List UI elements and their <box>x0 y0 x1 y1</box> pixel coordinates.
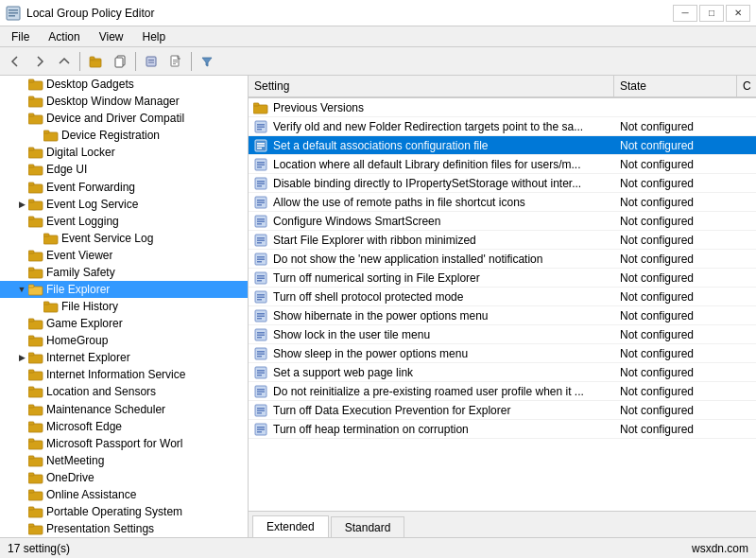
tree-item-presentation-settings[interactable]: Presentation Settings <box>0 520 248 537</box>
table-row[interactable]: Turn off heap termination on corruption … <box>249 420 756 439</box>
tree-item-internet-explorer[interactable]: ▶ Internet Explorer <box>0 349 248 366</box>
svg-rect-122 <box>257 356 262 357</box>
tree-item-event-logging[interactable]: Event Logging <box>0 213 248 230</box>
tab-bar: ExtendedStandard <box>249 511 756 537</box>
tree-item-game-explorer[interactable]: Game Explorer <box>0 315 248 332</box>
table-row[interactable]: Turn off shell protocol protected mode N… <box>249 288 756 306</box>
toolbar-separator-3 <box>191 52 192 71</box>
svg-rect-136 <box>257 427 265 428</box>
table-row[interactable]: Show sleep in the power options menu Not… <box>249 344 756 363</box>
table-row[interactable]: Turn off numerical sorting in File Explo… <box>249 269 756 288</box>
svg-rect-30 <box>28 200 34 202</box>
svg-rect-10 <box>148 61 154 62</box>
row-state-set-default-assoc: Not configured <box>614 137 737 154</box>
tree-item-desktop-gadgets[interactable]: Desktop Gadgets <box>0 76 248 93</box>
tab-extended[interactable]: Extended <box>252 515 329 537</box>
tree-item-internet-info-service[interactable]: Internet Information Service <box>0 366 248 383</box>
table-row[interactable]: Show hibernate in the power options menu… <box>249 306 756 325</box>
row-label-sleep-power: Show sleep in the power options menu <box>269 345 614 362</box>
tree-item-file-explorer[interactable]: ▼ File Explorer <box>0 281 248 298</box>
table-header: Setting State C <box>249 76 756 98</box>
tree-item-digital-locker[interactable]: Digital Locker <box>0 144 248 161</box>
tree-label-device-driver-compat: Device and Driver Compatil <box>46 112 184 125</box>
tree-label-netmeeting: NetMeeting <box>46 454 104 467</box>
copy-button[interactable] <box>109 50 131 73</box>
svg-rect-88 <box>257 200 265 201</box>
tree-item-edge-ui[interactable]: Edge UI <box>0 161 248 178</box>
tab-standard[interactable]: Standard <box>331 516 405 537</box>
table-row[interactable]: Allow the use of remote paths in file sh… <box>249 193 756 212</box>
table-row[interactable]: Location where all default Library defin… <box>249 155 756 174</box>
row-state-disable-binding: Not configured <box>614 175 737 192</box>
filter-button[interactable] <box>196 50 218 73</box>
table-row[interactable]: Set a support web page link Not configur… <box>249 363 756 382</box>
svg-rect-36 <box>28 251 34 253</box>
folder-icon-internet-explorer <box>28 350 43 365</box>
tree-item-location-sensors[interactable]: Location and Sensors <box>0 383 248 400</box>
maximize-button[interactable]: □ <box>699 5 724 22</box>
table-row[interactable]: Configure Windows SmartScreen Not config… <box>249 212 756 231</box>
right-panel: Setting State C Previous Versions Verify… <box>249 76 756 537</box>
tree-item-device-driver-compat[interactable]: Device and Driver Compatil <box>0 110 248 127</box>
row-state-reinitialize-profile: Not configured <box>614 383 737 400</box>
table-row[interactable]: Do not reinitialize a pre-existing roame… <box>249 382 756 401</box>
menu-help[interactable]: Help <box>135 28 174 45</box>
table-row[interactable]: Do not show the 'new application install… <box>249 250 756 269</box>
tree-label-event-log-service: Event Log Service <box>46 198 138 211</box>
header-setting: Setting <box>249 76 614 96</box>
tree-item-ms-passport[interactable]: Microsoft Passport for Worl <box>0 435 248 452</box>
folder-icon-desktop-gadgets <box>28 77 43 92</box>
table-row[interactable]: Show lock in the user tile menu Not conf… <box>249 325 756 344</box>
tree-item-maintenance-scheduler[interactable]: Maintenance Scheduler <box>0 400 248 417</box>
back-button[interactable] <box>4 50 26 73</box>
tree-item-homegroup[interactable]: HomeGroup <box>0 332 248 349</box>
tree-item-desktop-window-manager[interactable]: Desktop Window Manager <box>0 93 248 110</box>
table-row[interactable]: Set a default associations configuration… <box>249 136 756 155</box>
tree-item-event-viewer[interactable]: Event Viewer <box>0 247 248 264</box>
tree-item-online-assistance[interactable]: Online Assistance <box>0 486 248 503</box>
table-row[interactable]: Verify old and new Folder Redirection ta… <box>249 117 756 136</box>
menu-view[interactable]: View <box>92 28 131 45</box>
tree-arrow-file-explorer[interactable]: ▼ <box>15 283 28 296</box>
status-domain: wsxdn.com <box>692 542 748 555</box>
minimize-button[interactable]: ─ <box>673 5 697 22</box>
forward-button[interactable] <box>28 50 51 73</box>
svg-rect-62 <box>28 473 34 476</box>
tree-item-event-service-log[interactable]: Event Service Log <box>0 230 248 247</box>
svg-rect-74 <box>257 129 262 131</box>
tree-item-device-registration[interactable]: Device Registration <box>0 127 248 144</box>
tree-label-online-assistance: Online Assistance <box>46 488 136 501</box>
row-comment-configure-smartscreen <box>737 219 756 223</box>
table-row[interactable]: Start File Explorer with ribbon minimize… <box>249 231 756 250</box>
tree-arrow-event-log-service[interactable]: ▶ <box>15 198 28 211</box>
table-row[interactable]: Previous Versions <box>249 98 756 117</box>
tree-item-event-forwarding[interactable]: Event Forwarding <box>0 178 248 195</box>
svg-rect-34 <box>43 234 49 236</box>
up-button[interactable] <box>53 50 76 73</box>
tree-item-file-history[interactable]: File History <box>0 298 248 315</box>
tree-item-portable-os[interactable]: Portable Operating System <box>0 503 248 520</box>
tree-item-microsoft-edge[interactable]: Microsoft Edge <box>0 418 248 435</box>
svg-rect-113 <box>257 315 265 317</box>
folder-icon-portable-os <box>28 504 43 519</box>
doc-button[interactable] <box>164 50 187 73</box>
tree-item-onedrive[interactable]: OneDrive <box>0 469 248 486</box>
svg-rect-68 <box>28 524 34 527</box>
tree-panel: Desktop Gadgets Desktop Window Manager D… <box>0 76 249 537</box>
close-button[interactable]: ✕ <box>726 5 750 22</box>
row-icon-reinitialize-profile <box>252 383 269 400</box>
tree-item-family-safety[interactable]: Family Safety <box>0 264 248 281</box>
tree-item-netmeeting[interactable]: NetMeeting <box>0 452 248 469</box>
row-label-lock-user-tile: Show lock in the user tile menu <box>269 326 614 343</box>
tree-arrow-internet-explorer[interactable]: ▶ <box>15 351 28 364</box>
settings-button[interactable] <box>140 50 163 73</box>
svg-rect-94 <box>257 223 262 225</box>
svg-rect-46 <box>28 336 34 339</box>
tree-item-event-log-service[interactable]: ▶ Event Log Service <box>0 196 248 213</box>
menu-action[interactable]: Action <box>41 28 87 45</box>
menu-file[interactable]: File <box>4 28 37 45</box>
browse-button[interactable] <box>84 50 107 73</box>
table-row[interactable]: Turn off Data Execution Prevention for E… <box>249 401 756 420</box>
svg-rect-70 <box>253 103 259 106</box>
table-row[interactable]: Disable binding directly to IPropertySet… <box>249 174 756 193</box>
